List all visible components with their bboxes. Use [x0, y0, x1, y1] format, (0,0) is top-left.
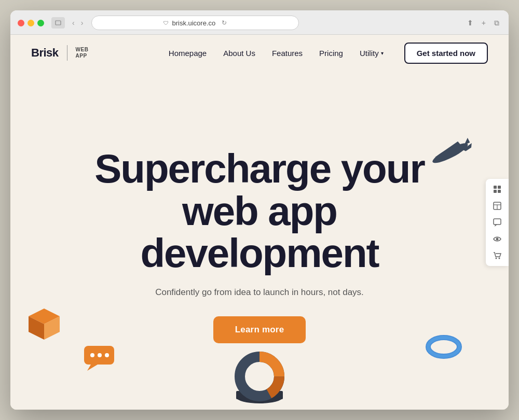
logo-text: Brisk: [31, 46, 59, 60]
svg-point-7: [90, 353, 94, 357]
svg-marker-6: [87, 365, 98, 371]
expand-btn[interactable]: [51, 17, 65, 29]
browser-window: ‹ › 🛡 brisk.uicore.co ↻ ⬆ + ⧉ Br: [10, 10, 509, 410]
svg-point-10: [430, 140, 470, 166]
svg-point-32: [499, 257, 500, 259]
decorative-airplane: [420, 128, 483, 189]
browser-chrome: ‹ › 🛡 brisk.uicore.co ↻ ⬆ + ⧉: [10, 10, 509, 35]
decorative-box-3d: [26, 306, 62, 342]
browser-actions: ⬆ + ⧉: [465, 18, 501, 29]
layout-icon[interactable]: [490, 199, 504, 213]
reload-icon[interactable]: ↻: [222, 19, 227, 26]
nav-arrows: ‹ ›: [70, 18, 85, 28]
nav-pricing[interactable]: Pricing: [319, 49, 343, 58]
website-content: Brisk WEB APP Homepage About Us Features…: [10, 35, 509, 410]
traffic-light-yellow[interactable]: [28, 20, 34, 26]
hero-subtitle: Confidently go from idea to launch in ho…: [155, 287, 364, 298]
logo-divider: [67, 45, 67, 61]
browser-top-bar: ‹ › 🛡 brisk.uicore.co ↻ ⬆ + ⧉: [18, 16, 501, 30]
traffic-light-red[interactable]: [18, 20, 24, 26]
svg-point-20: [240, 357, 279, 396]
browser-controls: [51, 17, 65, 29]
svg-marker-1: [29, 309, 60, 340]
hero-title: Supercharge your web app development: [94, 148, 425, 275]
svg-marker-2: [29, 309, 60, 324]
nav-utility[interactable]: Utility ▾: [360, 49, 384, 58]
svg-rect-24: [498, 190, 501, 193]
logo-sub: WEB APP: [76, 47, 89, 59]
cart-icon[interactable]: [490, 248, 504, 263]
svg-marker-12: [461, 143, 473, 152]
forward-arrow[interactable]: ›: [79, 18, 86, 28]
sidebar-tool-icons: [486, 179, 509, 266]
traffic-lights: [18, 20, 44, 26]
navbar: Brisk WEB APP Homepage About Us Features…: [10, 35, 509, 71]
share-icon[interactable]: ⬆: [465, 18, 475, 29]
svg-point-16: [236, 391, 283, 403]
grid-icon[interactable]: [490, 182, 504, 197]
nav-homepage[interactable]: Homepage: [169, 49, 207, 58]
svg-rect-21: [494, 186, 497, 189]
svg-rect-17: [236, 391, 283, 399]
svg-point-14: [428, 338, 459, 356]
traffic-light-green[interactable]: [37, 20, 44, 26]
nav-features[interactable]: Features: [272, 49, 303, 58]
hero-cta-button[interactable]: Learn more: [213, 316, 306, 343]
svg-marker-13: [462, 137, 470, 145]
shield-icon: 🛡: [163, 20, 169, 26]
tabs-icon[interactable]: ⧉: [492, 18, 501, 29]
nav-cta-button[interactable]: Get started now: [404, 43, 488, 64]
comment-icon[interactable]: [490, 215, 504, 230]
decorative-chat-bubble: [83, 345, 114, 368]
nav-about[interactable]: About Us: [223, 49, 255, 58]
eye-icon[interactable]: [490, 232, 504, 246]
svg-point-30: [496, 237, 499, 240]
svg-rect-23: [494, 190, 497, 193]
svg-marker-4: [44, 316, 60, 340]
svg-rect-22: [498, 186, 501, 189]
svg-point-31: [496, 257, 497, 259]
add-tab-icon[interactable]: +: [480, 18, 488, 29]
decorative-torus: [426, 332, 462, 363]
svg-rect-5: [84, 346, 114, 365]
address-bar[interactable]: 🛡 brisk.uicore.co ↻: [91, 16, 299, 30]
back-arrow[interactable]: ‹: [70, 18, 77, 28]
svg-point-18: [240, 357, 279, 396]
svg-point-9: [105, 353, 109, 357]
svg-marker-3: [29, 316, 44, 340]
hero-section: Supercharge your web app development Con…: [10, 71, 509, 410]
chevron-down-icon: ▾: [381, 50, 384, 56]
decorative-pie-chart: [223, 345, 296, 410]
svg-point-15: [428, 338, 459, 356]
svg-rect-28: [494, 219, 501, 225]
svg-rect-0: [56, 21, 61, 25]
svg-point-19: [240, 357, 279, 396]
svg-marker-11: [433, 141, 464, 160]
svg-point-8: [98, 353, 102, 357]
url-text: brisk.uicore.co: [172, 19, 215, 27]
logo: Brisk WEB APP: [31, 45, 88, 61]
nav-links: Homepage About Us Features Pricing Utili…: [169, 49, 384, 58]
